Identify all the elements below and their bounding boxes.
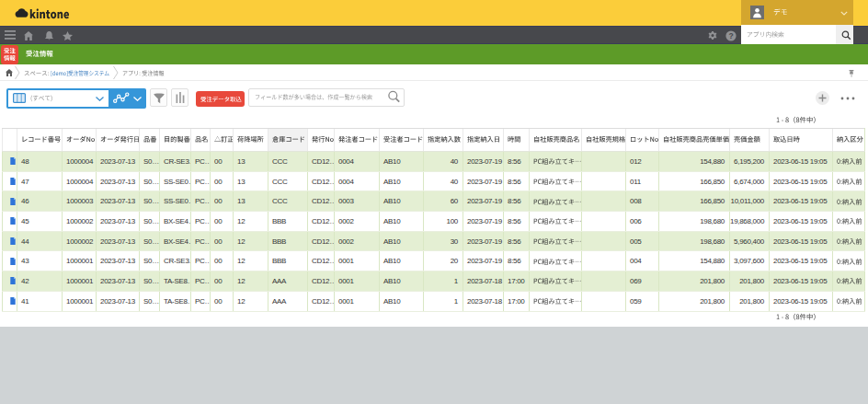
svg-text:?: ? (728, 31, 733, 40)
